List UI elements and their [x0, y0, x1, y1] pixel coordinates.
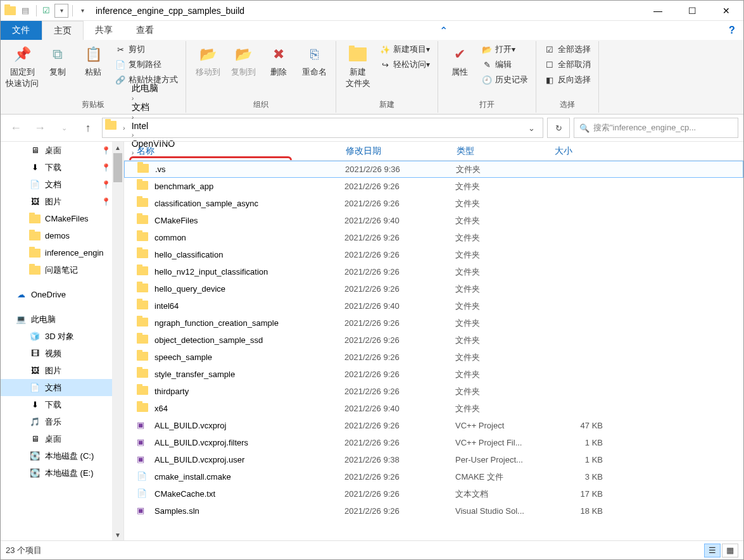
nav-item[interactable]: CMakeFiles	[1, 210, 123, 227]
scroll-up-icon[interactable]: ▲	[112, 142, 123, 153]
nav-pane[interactable]: 🖥桌面📍⬇下载📍📄文档📍🖼图片📍CMakeFilesdemosinference…	[1, 142, 124, 540]
breadcrumb-sep[interactable]: ›	[120, 124, 128, 132]
open-button[interactable]: 📂打开 ▾	[479, 42, 531, 56]
file-row[interactable]: style_transfer_sample2021/2/26 9:26文件夹	[124, 366, 743, 383]
header-type[interactable]: 类型	[457, 146, 555, 157]
file-row[interactable]: hello_query_device2021/2/26 9:26文件夹	[124, 280, 743, 297]
search-input[interactable]: 🔍 搜索"inference_engine_cp...	[574, 118, 738, 138]
nav-item[interactable]: ⬇下载📍	[1, 159, 123, 176]
file-row[interactable]: .vs2021/2/26 9:36文件夹	[124, 161, 743, 178]
qat-overflow-icon[interactable]: ▾	[75, 4, 89, 18]
tab-share[interactable]: 共享	[84, 21, 125, 40]
file-row[interactable]: ▣ALL_BUILD.vcxproj2021/2/26 9:26VC++ Pro…	[124, 417, 743, 434]
nav-item[interactable]: 🧊3D 对象	[1, 328, 123, 345]
scroll-thumb[interactable]	[113, 153, 122, 182]
header-date[interactable]: 修改日期	[346, 146, 457, 157]
header-name[interactable]: 名称	[137, 146, 346, 157]
qat-props-icon[interactable]: ▤	[18, 4, 32, 18]
new-item-button[interactable]: ✨新建项目 ▾	[377, 42, 432, 56]
file-row[interactable]: 📄CMakeCache.txt2021/2/26 9:26文本文档17 KB	[124, 485, 743, 502]
nav-item[interactable]: 🖼图片📍	[1, 193, 123, 210]
select-all-button[interactable]: ☑全部选择	[541, 42, 593, 56]
qat-check-icon[interactable]: ☑	[39, 4, 53, 18]
address-dropdown-icon[interactable]: ⌄	[523, 123, 540, 133]
nav-item[interactable]: 📄文档	[1, 379, 123, 396]
collapse-ribbon-icon[interactable]: ⌃	[436, 21, 455, 40]
new-folder-button[interactable]: 新建 文件夹	[340, 41, 375, 92]
file-row[interactable]: CMakeFiles2021/2/26 9:40文件夹	[124, 212, 743, 229]
edit-button[interactable]: ✎编辑	[479, 58, 531, 72]
nav-item[interactable]: 🎵音乐	[1, 413, 123, 430]
file-row[interactable]: ▣Samples.sln2021/2/26 9:26Visual Studio …	[124, 502, 743, 520]
nav-item[interactable]: 📄文档📍	[1, 176, 123, 193]
nav-item[interactable]: demos	[1, 227, 123, 244]
copy-to-button[interactable]: 📂复制到	[225, 41, 261, 80]
breadcrumb-sep[interactable]: ›	[129, 131, 292, 139]
file-row[interactable]: object_detection_sample_ssd2021/2/26 9:2…	[124, 332, 743, 349]
copy-path-button[interactable]: 📄复制路径	[112, 58, 180, 72]
nav-item[interactable]: 💽本地磁盘 (C:)	[1, 447, 123, 464]
tab-view[interactable]: 查看	[125, 21, 166, 40]
nav-item[interactable]: ☁OneDrive	[1, 286, 123, 303]
file-row[interactable]: hello_nv12_input_classification2021/2/26…	[124, 263, 743, 280]
nav-item[interactable]: 💻此电脑	[1, 311, 123, 328]
nav-item[interactable]: 🖥桌面📍	[1, 142, 123, 159]
delete-button[interactable]: ✖删除	[261, 41, 296, 80]
pin-quick-access-button[interactable]: 📌固定到 快速访问	[4, 41, 40, 92]
nav-item[interactable]: inference_engin	[1, 244, 123, 261]
breadcrumb-sep[interactable]: ›	[129, 94, 292, 102]
back-button[interactable]: ←	[6, 119, 26, 137]
qat-dropdown-icon[interactable]: ▾	[54, 4, 68, 18]
move-to-button[interactable]: 📂移动到	[190, 41, 225, 80]
file-row[interactable]: intel642021/2/26 9:40文件夹	[124, 297, 743, 314]
refresh-button[interactable]: ↻	[547, 118, 570, 138]
select-none-button[interactable]: ☐全部取消	[541, 58, 593, 72]
nav-item[interactable]: 🎞视频	[1, 345, 123, 362]
minimize-button[interactable]: —	[641, 1, 675, 20]
file-row[interactable]: thirdparty2021/2/26 9:26文件夹	[124, 383, 743, 400]
tab-file[interactable]: 文件	[1, 21, 42, 40]
file-row[interactable]: 📄cmake_install.cmake2021/2/26 9:26CMAKE …	[124, 468, 743, 485]
nav-item[interactable]: ⬇下载	[1, 396, 123, 413]
up-button[interactable]: ↑	[78, 119, 98, 137]
icons-view-button[interactable]: ▦	[722, 544, 738, 557]
nav-item[interactable]: 🖼图片	[1, 362, 123, 379]
breadcrumb-sep[interactable]: ›	[129, 113, 292, 121]
file-row[interactable]: benchmark_app2021/2/26 9:26文件夹	[124, 178, 743, 195]
header-size[interactable]: 大小	[555, 146, 612, 157]
file-row[interactable]: classification_sample_async2021/2/26 9:2…	[124, 195, 743, 212]
maximize-button[interactable]: ☐	[675, 1, 709, 20]
nav-item[interactable]: 问题笔记	[1, 261, 123, 278]
nav-item[interactable]: 🖥桌面	[1, 430, 123, 447]
file-row[interactable]: hello_classification2021/2/26 9:26文件夹	[124, 246, 743, 263]
help-icon[interactable]: ?	[724, 21, 743, 40]
copy-button[interactable]: ⧉复制	[40, 41, 75, 80]
file-row[interactable]: common2021/2/26 9:26文件夹	[124, 229, 743, 246]
file-row[interactable]: ▣ALL_BUILD.vcxproj.user2021/2/26 9:38Per…	[124, 451, 743, 468]
address-bar[interactable]: › 此电脑›文档›Intel›OpenVINO›inference_engine…	[102, 118, 543, 138]
file-row[interactable]: ▣ALL_BUILD.vcxproj.filters2021/2/26 9:26…	[124, 434, 743, 451]
breadcrumb-item[interactable]: 文档	[129, 102, 292, 113]
breadcrumb-item[interactable]: Intel	[129, 121, 292, 131]
cut-button[interactable]: ✂剪切	[112, 42, 180, 56]
column-headers[interactable]: 名称 修改日期 类型 大小	[124, 142, 743, 161]
details-view-button[interactable]: ☰	[704, 544, 721, 557]
file-list[interactable]: .vs2021/2/26 9:36文件夹benchmark_app2021/2/…	[124, 161, 743, 540]
breadcrumb-item[interactable]: 此电脑	[129, 83, 292, 94]
history-button[interactable]: 🕘历史记录	[479, 73, 531, 87]
recent-dropdown[interactable]: ⌄	[54, 119, 74, 137]
easy-access-button[interactable]: ↪轻松访问 ▾	[377, 58, 432, 72]
paste-button[interactable]: 📋粘贴	[75, 41, 111, 80]
rename-button[interactable]: ⎘重命名	[296, 41, 332, 80]
file-row[interactable]: ngraph_function_creation_sample2021/2/26…	[124, 314, 743, 332]
scroll-down-icon[interactable]: ▼	[112, 529, 123, 540]
forward-button[interactable]: →	[30, 119, 50, 137]
file-row[interactable]: x642021/2/26 9:40文件夹	[124, 400, 743, 417]
nav-scrollbar[interactable]: ▲ ▼	[112, 142, 123, 540]
properties-button[interactable]: ✔属性	[442, 41, 477, 80]
invert-selection-button[interactable]: ◧反向选择	[541, 73, 593, 87]
file-row[interactable]: speech_sample2021/2/26 9:26文件夹	[124, 349, 743, 366]
close-button[interactable]: ✕	[709, 1, 743, 20]
nav-item[interactable]: 💽本地磁盘 (E:)	[1, 464, 123, 482]
tab-home[interactable]: 主页	[42, 21, 84, 40]
